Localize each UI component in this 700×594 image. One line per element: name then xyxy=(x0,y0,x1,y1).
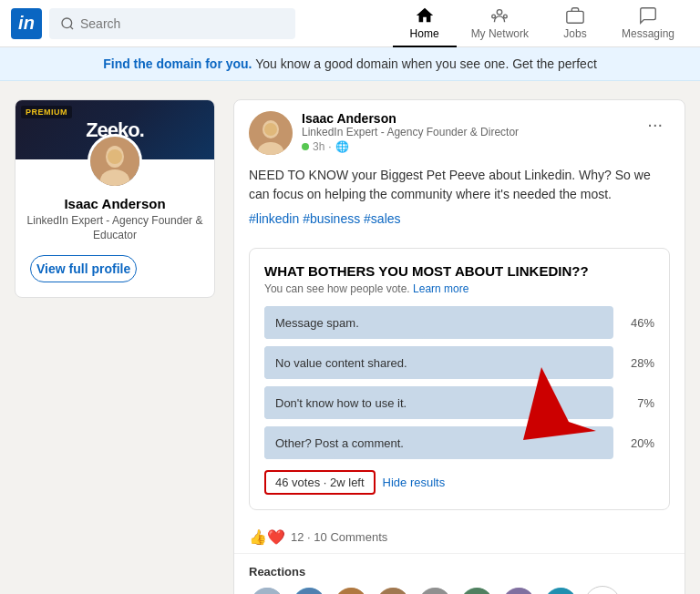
poll-pct-3: 7% xyxy=(623,396,654,410)
search-icon xyxy=(60,16,75,31)
poll-bar-1[interactable]: Message spam. xyxy=(264,306,613,339)
post-author-name: Isaac Anderson xyxy=(302,111,640,126)
svg-point-9 xyxy=(108,149,122,164)
home-icon xyxy=(415,5,435,26)
avatar-image xyxy=(90,137,139,186)
reactions-label: Reactions xyxy=(249,565,670,579)
engagement-row: 👍❤️ 12 · 10 Comments xyxy=(234,521,685,553)
banner-link[interactable]: Find the domain for you. xyxy=(103,56,252,71)
poll-pct-2: 28% xyxy=(623,356,654,370)
svg-point-30 xyxy=(460,588,495,594)
poll-footer: 46 votes · 2w left Hide results xyxy=(264,470,654,495)
poll-label-3: Don't know how to use it. xyxy=(275,396,407,410)
poll-pct-4: 20% xyxy=(623,436,654,450)
premium-badge: PREMIUM xyxy=(21,106,72,118)
svg-point-15 xyxy=(251,588,285,594)
learn-more-link[interactable]: Learn more xyxy=(413,282,468,295)
post-author-avatar xyxy=(249,111,293,155)
globe-icon: 🌐 xyxy=(335,140,349,153)
nav-network[interactable]: My Network xyxy=(457,0,543,47)
sidebar: PREMIUM Zeeko. Is xyxy=(15,99,215,594)
svg-rect-5 xyxy=(567,11,583,23)
post-card: Isaac Anderson LinkedIn Expert - Agency … xyxy=(233,99,685,594)
profile-info: Isaac Anderson LinkedIn Expert - Agency … xyxy=(15,189,214,242)
poll-label-4: Other? Post a comment. xyxy=(275,436,404,450)
reaction-avatar-1: 👍 xyxy=(249,586,285,594)
poll-option-3[interactable]: Don't know how to use it. 7% xyxy=(264,386,654,419)
post-meta: 3h · 🌐 xyxy=(302,140,640,153)
profile-title: LinkedIn Expert - Agency Founder & Educa… xyxy=(26,214,203,242)
reaction-avatar-4: ❤️ xyxy=(375,586,411,594)
poll-bar-3[interactable]: Don't know how to use it. xyxy=(264,386,613,419)
view-profile-button[interactable]: View full profile xyxy=(30,255,137,282)
post-author-info: Isaac Anderson LinkedIn Expert - Agency … xyxy=(302,111,640,153)
hide-results-button[interactable]: Hide results xyxy=(383,476,446,489)
search-bar[interactable] xyxy=(49,8,295,39)
svg-point-24 xyxy=(376,588,411,594)
post-author-title: LinkedIn Expert - Agency Founder & Direc… xyxy=(302,126,640,138)
poll-title: WHAT BOTHERS YOU MOST ABOUT LINKEDIN?? xyxy=(264,263,654,279)
messaging-icon xyxy=(638,5,658,26)
avatar-svg xyxy=(90,137,139,186)
poll-container: WHAT BOTHERS YOU MOST ABOUT LINKEDIN?? Y… xyxy=(249,248,670,510)
nav-items: Home My Network Jobs Messaging xyxy=(393,0,689,47)
online-indicator xyxy=(302,143,309,150)
reactions-area: Reactions 👍 ❤️ 👍 xyxy=(234,553,685,594)
profile-card: PREMIUM Zeeko. Is xyxy=(15,99,215,298)
poll-pct-1: 46% xyxy=(623,316,654,330)
nav-home[interactable]: Home xyxy=(393,0,457,47)
svg-point-33 xyxy=(502,588,537,594)
sidebar-avatar xyxy=(88,134,142,189)
poll-label-1: Message spam. xyxy=(275,316,359,330)
svg-point-27 xyxy=(418,588,453,594)
nav-jobs[interactable]: Jobs xyxy=(543,0,607,47)
svg-point-2 xyxy=(498,9,503,14)
poll-option-2[interactable]: No value content shared. 28% xyxy=(264,346,654,379)
poll-option-1[interactable]: Message spam. 46% xyxy=(264,306,654,339)
linkedin-logo[interactable]: in xyxy=(11,8,42,39)
post-text: NEED TO KNOW your Biggest Pet Peeve abou… xyxy=(249,166,670,204)
navbar: in Home My Network Jobs Messaging xyxy=(0,0,700,47)
more-options-button[interactable]: ··· xyxy=(640,111,670,137)
reaction-avatar-6: 👍 xyxy=(458,586,495,594)
post-hashtags[interactable]: #linkedin #business #sales xyxy=(249,211,670,226)
reaction-avatar-3: 👍 xyxy=(333,586,369,594)
profile-name: Isaac Anderson xyxy=(26,196,203,211)
feed: Isaac Anderson LinkedIn Expert - Agency … xyxy=(233,99,685,594)
more-reactions-button[interactable]: +4 xyxy=(584,586,621,594)
likes-count[interactable]: 12 · 10 Comments xyxy=(291,530,387,544)
post-body: NEED TO KNOW your Biggest Pet Peeve abou… xyxy=(234,166,685,237)
poll-label-2: No value content shared. xyxy=(275,356,407,370)
svg-point-21 xyxy=(335,588,369,594)
reaction-avatar-2: ❤️ xyxy=(291,586,327,594)
poll-subtitle: You can see how people vote. Learn more xyxy=(264,282,654,295)
poll-bar-4[interactable]: Other? Post a comment. xyxy=(264,426,613,459)
profile-avatar-wrap xyxy=(15,134,214,189)
reaction-avatar-5: 👍 xyxy=(417,586,453,594)
post-header: Isaac Anderson LinkedIn Expert - Agency … xyxy=(234,100,685,166)
votes-box: 46 votes · 2w left xyxy=(264,470,376,495)
poll-bar-2[interactable]: No value content shared. xyxy=(264,346,613,379)
nav-messaging[interactable]: Messaging xyxy=(607,0,689,47)
reaction-avatar-8: ❤️ xyxy=(542,586,579,594)
reaction-icons-row: 👍 ❤️ 👍 ❤️ xyxy=(249,586,670,594)
like-reaction-icon: 👍❤️ xyxy=(249,528,285,546)
jobs-icon xyxy=(565,5,585,26)
svg-point-0 xyxy=(62,18,72,28)
search-input[interactable] xyxy=(80,16,284,31)
poll-option-4[interactable]: Other? Post a comment. 20% xyxy=(264,426,654,459)
main-layout: PREMIUM Zeeko. Is xyxy=(0,81,700,594)
svg-point-36 xyxy=(544,588,579,594)
promo-banner: Find the domain for you. You know a good… xyxy=(0,47,700,81)
svg-point-13 xyxy=(264,123,277,136)
network-icon xyxy=(489,5,510,26)
post-avatar-svg xyxy=(249,111,293,155)
svg-point-3 xyxy=(492,15,496,18)
reaction-avatar-7: 👍 xyxy=(500,586,537,594)
svg-point-18 xyxy=(293,588,327,594)
svg-point-4 xyxy=(504,15,508,18)
svg-line-1 xyxy=(70,26,73,29)
